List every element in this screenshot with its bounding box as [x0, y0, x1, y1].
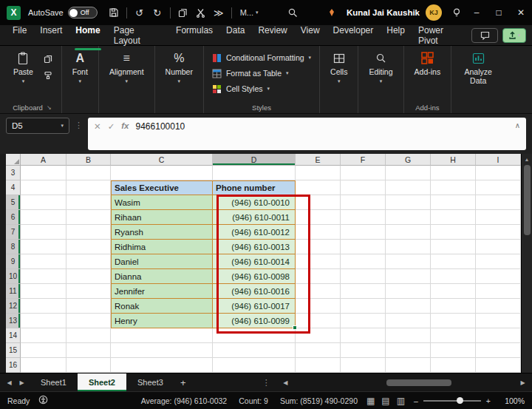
menu-insert[interactable]: Insert — [33, 21, 69, 50]
hscroll-right-icon[interactable]: ▶ — [516, 379, 529, 386]
page-layout-view-icon[interactable]: ▤ — [381, 396, 389, 406]
cell-C10[interactable]: Dianna — [111, 269, 213, 284]
cell-D4[interactable]: Phone number — [213, 180, 296, 195]
cell-D13[interactable]: (946) 610-0099 — [213, 314, 296, 328]
cell-F11[interactable] — [341, 284, 386, 299]
column-header-B[interactable]: B — [66, 154, 111, 166]
format-painter-icon[interactable] — [40, 69, 56, 81]
cell-B5[interactable] — [66, 195, 111, 210]
stat-sum[interactable]: Sum: (8519) 490-0290 — [280, 396, 358, 405]
cells-button[interactable]: Cells ▾ — [325, 48, 352, 84]
cell-I12[interactable] — [476, 299, 521, 314]
cell-B7[interactable] — [66, 225, 111, 240]
horizontal-scroll-thumb[interactable] — [386, 379, 451, 386]
zoom-level[interactable]: 100% — [499, 396, 525, 405]
column-header-D[interactable]: D — [213, 154, 296, 166]
formula-bar-collapse-icon[interactable]: ∧ — [515, 121, 520, 129]
cell-A3[interactable] — [21, 166, 66, 180]
format-as-table-button[interactable]: Format as Table ▾ — [209, 67, 314, 80]
page-break-view-icon[interactable]: ▥ — [397, 396, 405, 406]
column-header-G[interactable]: G — [386, 154, 431, 166]
menu-data[interactable]: Data — [219, 21, 251, 50]
cell-H10[interactable] — [431, 269, 476, 284]
row-header-16[interactable]: 16 — [6, 358, 21, 373]
autosave-switch[interactable]: Off — [68, 7, 98, 18]
row-header-8[interactable]: 8 — [6, 240, 21, 254]
share-button[interactable]: ▾ — [502, 28, 526, 43]
cell-I16[interactable] — [476, 358, 521, 373]
number-button[interactable]: % Number ▾ — [160, 48, 198, 84]
cell-G3[interactable] — [386, 166, 431, 180]
cell-A14[interactable] — [21, 328, 66, 343]
add-sheet-button[interactable]: + — [174, 377, 192, 388]
row-header-9[interactable]: 9 — [6, 254, 21, 269]
cell-E12[interactable] — [296, 299, 341, 314]
undo-icon[interactable]: ↺ — [131, 4, 149, 21]
cell-D7[interactable]: (946) 610-0012 — [213, 225, 296, 240]
menu-power-pivot[interactable]: Power Pivot — [412, 21, 471, 50]
enter-icon[interactable]: ✓ — [108, 121, 115, 132]
cell-F6[interactable] — [341, 210, 386, 225]
row-header-5[interactable]: 5 — [6, 195, 21, 210]
cell-A16[interactable] — [21, 358, 66, 373]
cell-H13[interactable] — [431, 314, 476, 328]
cell-F14[interactable] — [341, 328, 386, 343]
cell-G15[interactable] — [386, 343, 431, 358]
cell-I14[interactable] — [476, 328, 521, 343]
cell-F3[interactable] — [341, 166, 386, 180]
cell-I6[interactable] — [476, 210, 521, 225]
cell-A10[interactable] — [21, 269, 66, 284]
avatar[interactable]: KJ — [426, 4, 442, 21]
cell-F16[interactable] — [341, 358, 386, 373]
cell-I7[interactable] — [476, 225, 521, 240]
cell-G7[interactable] — [386, 225, 431, 240]
cell-B13[interactable] — [66, 314, 111, 328]
cell-I9[interactable] — [476, 254, 521, 269]
menu-home[interactable]: Home — [69, 21, 106, 50]
cell-F12[interactable] — [341, 299, 386, 314]
cell-G4[interactable] — [386, 180, 431, 195]
cell-G10[interactable] — [386, 269, 431, 284]
row-header-4[interactable]: 4 — [6, 180, 21, 195]
cell-E7[interactable] — [296, 225, 341, 240]
cell-H15[interactable] — [431, 343, 476, 358]
cell-G11[interactable] — [386, 284, 431, 299]
cell-E4[interactable] — [296, 180, 341, 195]
close-button[interactable]: ✕ — [510, 0, 532, 25]
cell-G12[interactable] — [386, 299, 431, 314]
column-header-I[interactable]: I — [476, 154, 521, 166]
conditional-formatting-button[interactable]: Conditional Formatting ▾ — [209, 51, 314, 64]
cell-H8[interactable] — [431, 240, 476, 254]
cell-E16[interactable] — [296, 358, 341, 373]
sheet-tab-sheet3[interactable]: Sheet3 — [126, 373, 174, 391]
cell-E8[interactable] — [296, 240, 341, 254]
row-header-6[interactable]: 6 — [6, 210, 21, 225]
copy-icon[interactable] — [174, 4, 192, 21]
cell-G14[interactable] — [386, 328, 431, 343]
zoom-out-icon[interactable]: – — [414, 396, 418, 405]
analyze-data-button[interactable]: Analyze Data — [457, 48, 499, 85]
cell-C5[interactable]: Wasim — [111, 195, 213, 210]
fill-handle[interactable] — [293, 325, 297, 330]
cell-G6[interactable] — [386, 210, 431, 225]
font-button[interactable]: A Font ▾ — [67, 48, 93, 84]
cell-H4[interactable] — [431, 180, 476, 195]
cell-F4[interactable] — [341, 180, 386, 195]
cell-G5[interactable] — [386, 195, 431, 210]
row-header-15[interactable]: 15 — [6, 343, 21, 358]
cell-A5[interactable] — [21, 195, 66, 210]
cell-A6[interactable] — [21, 210, 66, 225]
cell-G9[interactable] — [386, 254, 431, 269]
hscroll-left-icon[interactable]: ◀ — [279, 379, 292, 386]
cell-F10[interactable] — [341, 269, 386, 284]
cell-B15[interactable] — [66, 343, 111, 358]
alignment-button[interactable]: ≡ Alignment ▾ — [104, 48, 149, 84]
cell-I8[interactable] — [476, 240, 521, 254]
stat-average[interactable]: Average: (946) 610-0032 — [141, 396, 228, 405]
cell-C3[interactable] — [111, 166, 213, 180]
cell-D5[interactable]: (946) 610-0010 — [213, 195, 296, 210]
cell-G8[interactable] — [386, 240, 431, 254]
sheet-tab-sheet1[interactable]: Sheet1 — [30, 373, 78, 391]
cell-D11[interactable]: (946) 610-0016 — [213, 284, 296, 299]
cell-C9[interactable]: Daniel — [111, 254, 213, 269]
